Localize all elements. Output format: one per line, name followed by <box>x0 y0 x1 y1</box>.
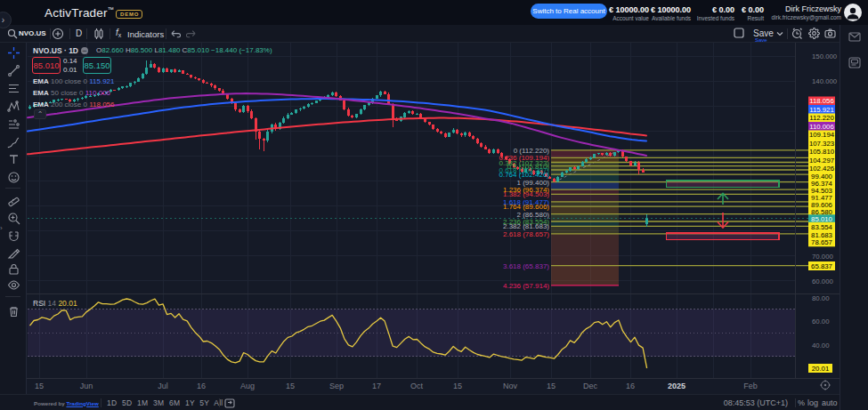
svg-text:83.554: 83.554 <box>811 223 833 231</box>
svg-text:112.220: 112.220 <box>809 114 834 122</box>
svg-text:Aug: Aug <box>240 382 255 390</box>
svg-text:40.00: 40.00 <box>812 342 830 350</box>
svg-text:15: 15 <box>453 382 462 390</box>
svg-text:150.000: 150.000 <box>812 52 838 60</box>
svg-text:3.618 (65.837): 3.618 (65.837) <box>503 262 549 270</box>
svg-text:Nov: Nov <box>503 382 518 390</box>
svg-text:Jul: Jul <box>158 382 168 390</box>
svg-text:Jun: Jun <box>80 382 93 390</box>
svg-text:110.006: 110.006 <box>809 123 834 131</box>
svg-text:Dec: Dec <box>583 382 598 390</box>
svg-text:102.426: 102.426 <box>809 165 834 173</box>
svg-text:105.810: 105.810 <box>809 148 835 156</box>
svg-text:70.000: 70.000 <box>812 253 834 261</box>
svg-text:Sep: Sep <box>329 382 344 390</box>
svg-text:60.000: 60.000 <box>812 277 834 285</box>
svg-text:16: 16 <box>197 382 206 390</box>
svg-text:Feb: Feb <box>743 382 758 390</box>
svg-text:2.618 (78.657): 2.618 (78.657) <box>503 230 549 238</box>
svg-text:115.921: 115.921 <box>809 106 834 114</box>
svg-text:16: 16 <box>626 382 635 390</box>
svg-text:15: 15 <box>35 382 44 390</box>
svg-text:2025: 2025 <box>668 382 685 390</box>
svg-text:65.837: 65.837 <box>811 262 832 270</box>
svg-text:15: 15 <box>547 382 556 390</box>
svg-text:Oct: Oct <box>410 382 424 390</box>
svg-text:109.194: 109.194 <box>809 131 835 139</box>
svg-text:78.657: 78.657 <box>811 238 832 246</box>
svg-text:140.000: 140.000 <box>812 77 838 85</box>
svg-text:60.00: 60.00 <box>812 318 830 326</box>
svg-text:118.056: 118.056 <box>809 97 834 105</box>
svg-text:20.01: 20.01 <box>812 365 830 373</box>
svg-text:17: 17 <box>372 382 381 390</box>
svg-text:4.236 (57.914): 4.236 (57.914) <box>503 282 549 290</box>
svg-text:15: 15 <box>286 382 295 390</box>
svg-text:107.323: 107.323 <box>809 140 834 148</box>
svg-text:80.00: 80.00 <box>812 294 830 302</box>
svg-text:104.297: 104.297 <box>809 157 834 165</box>
